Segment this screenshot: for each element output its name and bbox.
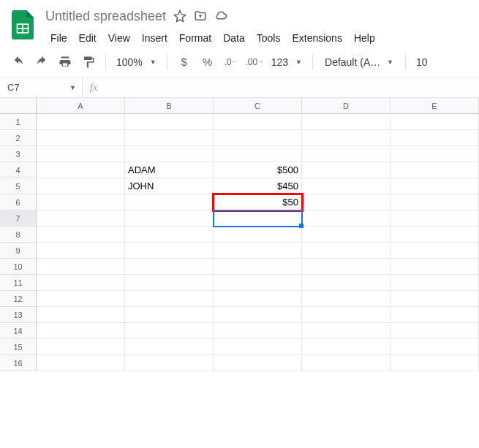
- cell-C13[interactable]: [214, 307, 302, 323]
- cell-C7[interactable]: [214, 210, 302, 227]
- row-header-10[interactable]: 10: [0, 259, 37, 275]
- row-header-6[interactable]: 6: [0, 194, 37, 210]
- cell-B11[interactable]: [125, 275, 214, 291]
- zoom-dropdown[interactable]: 100%▼: [112, 56, 161, 68]
- row-header-9[interactable]: 9: [0, 243, 37, 259]
- menu-data[interactable]: Data: [218, 29, 250, 47]
- cell-A16[interactable]: [37, 355, 125, 371]
- cell-D9[interactable]: [302, 243, 391, 259]
- cell-A13[interactable]: [37, 307, 125, 323]
- cell-D13[interactable]: [302, 307, 391, 323]
- menu-format[interactable]: Format: [174, 29, 216, 47]
- cell-E10[interactable]: [391, 259, 479, 275]
- cell-E3[interactable]: [391, 146, 479, 162]
- undo-button[interactable]: [7, 52, 29, 72]
- cell-B7[interactable]: [125, 210, 214, 227]
- cell-D7[interactable]: [302, 210, 391, 227]
- cell-C2[interactable]: [214, 130, 302, 146]
- cell-D16[interactable]: [302, 355, 391, 371]
- row-header-14[interactable]: 14: [0, 323, 37, 339]
- menu-edit[interactable]: Edit: [74, 29, 102, 47]
- sheets-app-icon[interactable]: [7, 6, 38, 44]
- cell-A2[interactable]: [37, 130, 125, 146]
- cell-D15[interactable]: [302, 339, 391, 355]
- cell-A4[interactable]: [37, 162, 125, 178]
- row-header-8[interactable]: 8: [0, 227, 37, 243]
- name-box[interactable]: C7 ▼: [0, 77, 83, 97]
- cell-A3[interactable]: [37, 146, 125, 162]
- row-header-16[interactable]: 16: [0, 355, 37, 371]
- row-header-15[interactable]: 15: [0, 339, 37, 355]
- cell-B5[interactable]: JOHN: [125, 178, 214, 194]
- cell-E13[interactable]: [391, 307, 479, 323]
- cell-D14[interactable]: [302, 323, 391, 339]
- cell-E15[interactable]: [391, 339, 479, 355]
- cell-E5[interactable]: [391, 178, 479, 194]
- cell-D10[interactable]: [302, 259, 391, 275]
- row-header-13[interactable]: 13: [0, 307, 37, 323]
- cell-D4[interactable]: [302, 162, 391, 178]
- star-icon[interactable]: [173, 10, 186, 23]
- cell-D3[interactable]: [302, 146, 391, 162]
- select-all-corner[interactable]: [0, 98, 37, 114]
- cell-B15[interactable]: [125, 339, 214, 355]
- cell-D5[interactable]: [302, 178, 391, 194]
- row-header-2[interactable]: 2: [0, 130, 37, 146]
- cell-B12[interactable]: [125, 291, 214, 307]
- paint-format-button[interactable]: [78, 52, 99, 72]
- cell-E11[interactable]: [391, 275, 479, 291]
- cell-E2[interactable]: [391, 130, 479, 146]
- cell-B2[interactable]: [125, 130, 214, 146]
- cell-E8[interactable]: [391, 227, 479, 243]
- currency-button[interactable]: $: [173, 52, 195, 72]
- cell-B10[interactable]: [125, 259, 214, 275]
- row-header-1[interactable]: 1: [0, 114, 37, 130]
- cell-B8[interactable]: [125, 227, 214, 243]
- row-header-7[interactable]: 7: [0, 210, 37, 227]
- cell-B3[interactable]: [125, 146, 214, 162]
- formula-input[interactable]: [105, 77, 479, 97]
- cell-B9[interactable]: [125, 243, 214, 259]
- cell-C3[interactable]: [214, 146, 302, 162]
- cell-E16[interactable]: [391, 355, 479, 371]
- menu-view[interactable]: View: [103, 29, 135, 47]
- decrease-decimal-button[interactable]: .0←: [220, 52, 242, 72]
- spreadsheet-grid[interactable]: ABCDE1234ADAM$5005JOHN$4506$507891011121…: [0, 98, 479, 371]
- row-header-4[interactable]: 4: [0, 162, 37, 178]
- cell-B1[interactable]: [125, 114, 214, 130]
- cell-D8[interactable]: [302, 227, 391, 243]
- cell-D2[interactable]: [302, 130, 391, 146]
- print-button[interactable]: [54, 52, 76, 72]
- cell-C12[interactable]: [214, 291, 302, 307]
- cell-E14[interactable]: [391, 323, 479, 339]
- cell-B14[interactable]: [125, 323, 214, 339]
- cell-B6[interactable]: [125, 194, 214, 210]
- cloud-status-icon[interactable]: [214, 10, 227, 23]
- number-format-dropdown[interactable]: 123▼: [267, 56, 306, 68]
- redo-button[interactable]: [31, 52, 53, 72]
- cell-E4[interactable]: [391, 162, 479, 178]
- row-header-5[interactable]: 5: [0, 178, 37, 194]
- cell-E9[interactable]: [391, 243, 479, 259]
- cell-C11[interactable]: [214, 275, 302, 291]
- cell-A1[interactable]: [37, 114, 125, 130]
- cell-D1[interactable]: [302, 114, 391, 130]
- cell-C14[interactable]: [214, 323, 302, 339]
- cell-A5[interactable]: [37, 178, 125, 194]
- menu-tools[interactable]: Tools: [252, 29, 286, 47]
- cell-A10[interactable]: [37, 259, 125, 275]
- menu-insert[interactable]: Insert: [137, 29, 173, 47]
- move-folder-icon[interactable]: [194, 10, 207, 23]
- cell-E6[interactable]: [391, 194, 479, 210]
- percent-button[interactable]: %: [197, 52, 219, 72]
- column-header-D[interactable]: D: [302, 98, 391, 114]
- cell-E1[interactable]: [391, 114, 479, 130]
- cell-A8[interactable]: [37, 227, 125, 243]
- column-header-E[interactable]: E: [391, 98, 479, 114]
- cell-B13[interactable]: [125, 307, 214, 323]
- cell-C5[interactable]: $450: [214, 178, 302, 194]
- menu-extensions[interactable]: Extensions: [287, 29, 347, 47]
- cell-C1[interactable]: [214, 114, 302, 130]
- cell-D6[interactable]: [302, 194, 391, 210]
- fill-handle[interactable]: [299, 224, 303, 228]
